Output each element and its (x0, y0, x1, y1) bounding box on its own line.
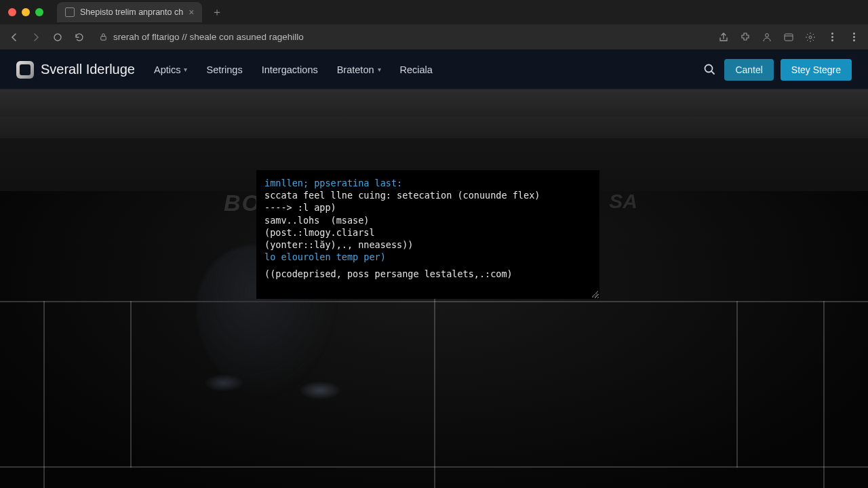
maximize-window-icon[interactable] (35, 8, 43, 16)
chevron-down-icon: ▾ (378, 66, 381, 73)
bg-brand-text-right: SA (609, 190, 637, 213)
tab-favicon-icon (65, 7, 75, 17)
nav-label: Setrings (206, 64, 242, 75)
svg-line-7 (712, 71, 715, 74)
cancel-button[interactable]: Cantel (724, 59, 773, 81)
back-icon[interactable] (8, 31, 20, 43)
nav-item-reciala[interactable]: Reciala (400, 64, 433, 75)
code-line: samv..lohs (msase) (264, 214, 591, 226)
tab-title: Shepisto trelim anpranto ch (80, 7, 183, 17)
chevron-down-icon: ▾ (184, 66, 187, 73)
code-line: (yonter::lăy),., nneasess)) (264, 239, 591, 251)
nav-item-brateton[interactable]: Brateton ▾ (337, 64, 381, 75)
nav-item-aptics[interactable]: Aptics ▾ (154, 64, 188, 75)
lock-icon (99, 33, 108, 41)
browser-actions (717, 31, 860, 43)
minimize-window-icon[interactable] (22, 8, 30, 16)
address-bar: srerah of fltarigo // sheale con asuned … (0, 24, 868, 50)
browser-tab[interactable]: Shepisto trelim anpranto ch × (57, 2, 202, 22)
primary-action-button[interactable]: Stey Stegre (781, 59, 852, 81)
panel-icon[interactable] (783, 31, 795, 43)
site-header: Sverall Iderluge Aptics ▾ Setrings Inter… (0, 50, 868, 89)
nav-item-intergactions[interactable]: Intergactions (262, 64, 318, 75)
nav-label: Aptics (154, 64, 181, 75)
refresh-outline-icon[interactable] (52, 31, 64, 43)
main-nav: Aptics ▾ Setrings Intergactions Brateton… (154, 64, 433, 75)
window-controls (5, 8, 49, 16)
overflow-menu-icon[interactable] (848, 31, 860, 43)
reload-icon[interactable] (73, 31, 85, 43)
svg-point-0 (54, 34, 61, 41)
share-icon[interactable] (717, 31, 730, 43)
svg-rect-1 (101, 37, 106, 41)
brand-logo-icon (16, 61, 34, 79)
browser-menu-icon[interactable] (826, 31, 838, 43)
nav-label: Reciala (400, 64, 433, 75)
url-field[interactable]: srerah of fltarigo // sheale con asuned … (95, 32, 708, 42)
code-console[interactable]: imnllen; ppseratina last: sccata feel ll… (256, 170, 599, 299)
tab-bar: Shepisto trelim anpranto ch × ＋ (0, 0, 868, 24)
nav-label: Intergactions (262, 64, 318, 75)
tab-close-icon[interactable]: × (189, 7, 194, 18)
profile-icon[interactable] (761, 31, 773, 43)
bg-brand-text-left: BO (224, 190, 261, 216)
nav-label: Brateton (337, 64, 374, 75)
svg-rect-3 (785, 34, 793, 41)
brand-name: Sverall Iderluge (41, 62, 135, 77)
search-icon[interactable] (703, 62, 717, 77)
code-line: (post.:lmogy.cliarsl (264, 226, 591, 239)
code-line: lo elourolen temp per) (264, 251, 591, 263)
header-actions: Cantel Stey Stegre (703, 59, 852, 81)
code-line: imnllen; ppseratina last: (264, 177, 591, 189)
url-text: srerah of fltarigo // sheale con asuned … (113, 32, 304, 42)
new-tab-icon[interactable]: ＋ (212, 5, 222, 20)
code-line: ((pcodeprised, poss persange lestalets,.… (264, 268, 591, 280)
extensions-icon[interactable] (739, 31, 751, 43)
settings-gear-icon[interactable] (804, 31, 816, 43)
svg-point-5 (809, 36, 812, 39)
nav-item-setrings[interactable]: Setrings (206, 64, 242, 75)
close-window-icon[interactable] (8, 8, 16, 16)
hero-section: BO SA imnllen; ppseratina last: sccata f… (0, 89, 868, 488)
svg-point-2 (766, 33, 769, 37)
browser-chrome: Shepisto trelim anpranto ch × ＋ srerah o… (0, 0, 868, 50)
code-line: ----> :l app) (264, 201, 591, 214)
brand[interactable]: Sverall Iderluge (16, 61, 135, 79)
forward-icon[interactable] (30, 31, 42, 43)
code-line: sccata feel llne cuing: setecation (conu… (264, 189, 591, 201)
